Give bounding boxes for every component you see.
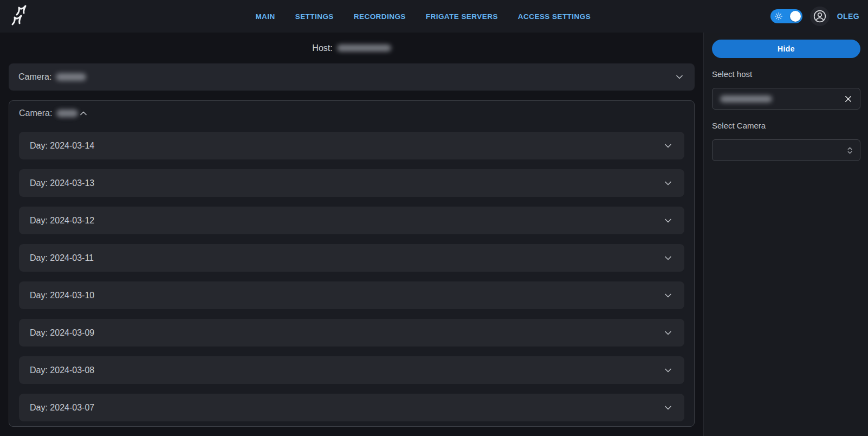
day-accordion-list: Day: 2024-03-14 Day: 2024-03-13 Day: 202… bbox=[9, 126, 694, 427]
user-avatar-button[interactable] bbox=[810, 7, 830, 26]
select-host-field[interactable] bbox=[712, 88, 860, 110]
theme-toggle[interactable] bbox=[770, 9, 802, 23]
nav-link-access-settings[interactable]: ACCESS SETTINGS bbox=[518, 12, 591, 21]
day-accordion-row[interactable]: Day: 2024-03-08 bbox=[19, 356, 684, 384]
day-accordion-row[interactable]: Day: 2024-03-12 bbox=[19, 207, 684, 234]
sun-icon bbox=[774, 12, 783, 21]
camera-row-label: Camera: bbox=[18, 72, 674, 82]
chevron-down-icon bbox=[663, 178, 673, 189]
toggle-knob bbox=[790, 11, 801, 22]
nav-link-frigate-servers[interactable]: FRIGATE SERVERS bbox=[426, 12, 498, 21]
camera-accordion-expanded: Camera: Day: 2024-03-14 Day: 2024-03-13 … bbox=[9, 100, 695, 427]
selected-host-redacted bbox=[720, 95, 772, 102]
day-row-label: Day: 2024-03-08 bbox=[30, 366, 663, 375]
chevron-down-icon bbox=[663, 290, 673, 301]
username-button[interactable]: OLEG bbox=[837, 12, 859, 21]
account-circle-icon bbox=[813, 9, 827, 23]
day-row-label: Day: 2024-03-10 bbox=[30, 291, 663, 300]
chevron-down-icon bbox=[663, 402, 673, 413]
unfold-chevrons-icon bbox=[845, 146, 854, 155]
chevron-down-icon bbox=[663, 215, 673, 226]
main-nav: MAINSETTINGSRECORDINGSFRIGATE SERVERSACC… bbox=[255, 0, 591, 33]
app-page: MAINSETTINGSRECORDINGSFRIGATE SERVERSACC… bbox=[0, 0, 868, 436]
camera-name-redacted bbox=[56, 73, 86, 81]
frigate-bird-icon bbox=[9, 4, 33, 29]
day-row-label: Day: 2024-03-12 bbox=[30, 216, 663, 226]
day-row-label: Day: 2024-03-14 bbox=[30, 141, 663, 151]
hide-button[interactable]: Hide bbox=[712, 40, 860, 58]
day-row-label: Day: 2024-03-07 bbox=[30, 403, 663, 413]
camera-accordion-header[interactable]: Camera: bbox=[9, 101, 694, 126]
host-value-redacted bbox=[337, 44, 391, 52]
day-accordion-row[interactable]: Day: 2024-03-11 bbox=[19, 244, 684, 272]
select-camera-dropdown[interactable] bbox=[712, 139, 860, 161]
day-accordion-row[interactable]: Day: 2024-03-14 bbox=[19, 132, 684, 159]
camera-label-text: Camera: bbox=[18, 72, 51, 82]
chevron-down-icon bbox=[663, 328, 673, 338]
camera-row-label: Camera: bbox=[19, 108, 78, 118]
day-row-label: Day: 2024-03-09 bbox=[30, 328, 663, 338]
header-right-controls: OLEG bbox=[770, 7, 859, 26]
camera-label-text: Camera: bbox=[19, 108, 52, 118]
nav-link-recordings[interactable]: RECORDINGS bbox=[354, 12, 406, 21]
top-app-bar: MAINSETTINGSRECORDINGSFRIGATE SERVERSACC… bbox=[0, 0, 868, 33]
select-host-label: Select host bbox=[712, 69, 860, 79]
chevron-down-icon bbox=[663, 365, 673, 376]
day-row-label: Day: 2024-03-11 bbox=[30, 253, 663, 263]
host-title: Host: bbox=[9, 33, 695, 63]
select-camera-label: Select Camera bbox=[712, 121, 860, 130]
chevron-down-icon bbox=[663, 140, 673, 151]
nav-link-main[interactable]: MAIN bbox=[255, 12, 275, 21]
chevron-down-icon bbox=[663, 253, 673, 264]
day-accordion-row[interactable]: Day: 2024-03-07 bbox=[19, 394, 684, 421]
nav-link-settings[interactable]: SETTINGS bbox=[295, 12, 334, 21]
day-accordion-row[interactable]: Day: 2024-03-09 bbox=[19, 319, 684, 347]
content-area: Host: Camera: Camera: bbox=[0, 33, 868, 436]
day-row-label: Day: 2024-03-13 bbox=[30, 178, 663, 188]
day-accordion-row[interactable]: Day: 2024-03-13 bbox=[19, 169, 684, 197]
camera-accordion-collapsed[interactable]: Camera: bbox=[9, 63, 695, 91]
main-column: Host: Camera: Camera: bbox=[0, 33, 703, 436]
chevron-up-icon bbox=[78, 108, 89, 119]
camera-name-redacted bbox=[56, 110, 78, 117]
filter-sidebar: Hide Select host Select Camera bbox=[703, 33, 868, 436]
clear-host-button[interactable] bbox=[842, 93, 854, 105]
chevron-down-icon bbox=[674, 72, 685, 82]
day-accordion-row[interactable]: Day: 2024-03-10 bbox=[19, 281, 684, 309]
frigate-logo[interactable] bbox=[9, 4, 34, 29]
close-icon bbox=[843, 94, 853, 104]
host-label: Host: bbox=[312, 43, 332, 53]
